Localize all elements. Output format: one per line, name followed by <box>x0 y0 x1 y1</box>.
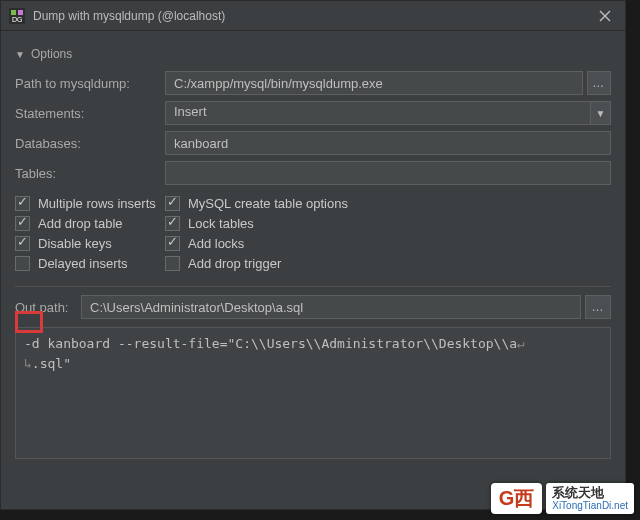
options-collapsible-header[interactable]: ▼ Options <box>15 47 611 61</box>
disable-keys-checkbox[interactable]: Disable keys <box>15 236 165 251</box>
watermark: G西 系统天地 XiTongTianDi.net <box>491 483 634 514</box>
add-drop-trigger-checkbox[interactable]: Add drop trigger <box>165 256 611 271</box>
browse-path-button[interactable]: … <box>587 71 611 95</box>
line-wrap-icon: ↵ <box>517 336 525 351</box>
svg-text:DG: DG <box>12 16 23 23</box>
mysql-create-table-checkbox[interactable]: MySQL create table options <box>165 196 611 211</box>
dialog-content: ▼ Options Path to mysqldump: … Statement… <box>1 31 625 469</box>
dialog-window: DG Dump with mysqldump (@localhost) ▼ Op… <box>0 0 626 510</box>
add-drop-table-checkbox[interactable]: Add drop table <box>15 216 165 231</box>
add-locks-checkbox[interactable]: Add locks <box>165 236 611 251</box>
tables-input[interactable] <box>165 161 611 185</box>
statements-select[interactable]: Insert <box>165 101 591 125</box>
multiple-rows-checkbox[interactable]: Multiple rows inserts <box>15 196 165 211</box>
line-continuation-icon: ↳ <box>24 356 32 371</box>
databases-label: Databases: <box>15 136 165 151</box>
watermark-text: 系统天地 XiTongTianDi.net <box>546 483 634 514</box>
close-button[interactable] <box>585 1 625 31</box>
options-label: Options <box>31 47 72 61</box>
lock-tables-checkbox[interactable]: Lock tables <box>165 216 611 231</box>
command-preview-textarea[interactable]: -d kanboard --result-file="C:\\Users\\Ad… <box>15 327 611 459</box>
titlebar: DG Dump with mysqldump (@localhost) <box>1 1 625 31</box>
browse-outpath-button[interactable]: … <box>585 295 611 319</box>
divider <box>15 286 611 287</box>
delayed-inserts-checkbox[interactable]: Delayed inserts <box>15 256 165 271</box>
outpath-input[interactable] <box>81 295 581 319</box>
statements-label: Statements: <box>15 106 165 121</box>
databases-input[interactable] <box>165 131 611 155</box>
window-title: Dump with mysqldump (@localhost) <box>33 9 585 23</box>
watermark-badge: G西 <box>491 483 543 514</box>
chevron-down-icon: ▼ <box>15 49 25 60</box>
mysqldump-path-input[interactable] <box>165 71 583 95</box>
chevron-down-icon[interactable]: ▼ <box>591 101 611 125</box>
app-icon: DG <box>9 8 25 24</box>
svg-rect-2 <box>18 10 23 15</box>
tables-label: Tables: <box>15 166 165 181</box>
outpath-label: Out path: <box>15 300 81 315</box>
path-label: Path to mysqldump: <box>15 76 165 91</box>
svg-rect-1 <box>11 10 16 15</box>
